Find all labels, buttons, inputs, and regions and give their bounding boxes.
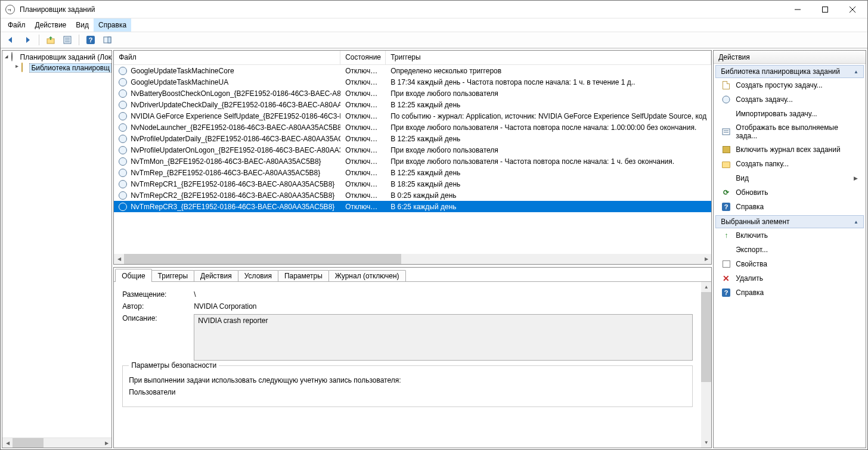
up-folder-button[interactable] <box>44 33 57 46</box>
value-description: NVIDIA crash reporter <box>194 314 693 361</box>
task-row[interactable]: NvNodeLauncher_{B2FE1952-0186-46C3-BAEC-… <box>114 122 711 133</box>
properties-button[interactable] <box>61 33 74 46</box>
action-create-task[interactable]: Создать задачу... <box>715 92 864 107</box>
tree-panel: Планировщик заданий (Лок Библиотека план… <box>2 50 112 448</box>
action-show-running[interactable]: Отображать все выполняемые зада... <box>715 121 864 142</box>
security-line2: Пользователи <box>129 386 686 398</box>
tab-conditions[interactable]: Условия <box>238 270 278 282</box>
scroll-right-icon[interactable]: ▶ <box>701 254 711 264</box>
task-triggers: В 12:25 каждый день <box>386 135 711 143</box>
tree-child-library[interactable]: Библиотека планировщ <box>2 63 111 73</box>
actions-section-selected[interactable]: Выбранный элемент ▲ <box>715 215 864 228</box>
column-header-state[interactable]: Состояние <box>340 51 386 64</box>
value-location: \ <box>194 290 196 299</box>
task-name: GoogleUpdateTaskMachineCore <box>131 67 234 75</box>
action-import-task[interactable]: Импортировать задачу... <box>715 107 864 121</box>
task-icon <box>119 203 127 211</box>
action-enable[interactable]: ↑ Включить <box>715 228 864 243</box>
maximize-button[interactable] <box>811 1 839 18</box>
task-list-hscrollbar[interactable]: ◀ ▶ <box>114 254 711 264</box>
action-help[interactable]: ? Справка <box>715 200 864 214</box>
navigation-tree[interactable]: Планировщик заданий (Лок Библиотека план… <box>2 51 111 437</box>
action-view-submenu[interactable]: Вид ▶ <box>715 171 864 185</box>
task-row[interactable]: GoogleUpdateTaskMachineUAОтключеноВ 17:3… <box>114 76 711 88</box>
details-panel: Общие Триггеры Действия Условия Параметр… <box>113 267 712 448</box>
tab-settings[interactable]: Параметры <box>278 270 329 282</box>
action-refresh[interactable]: ⟳ Обновить <box>715 185 864 200</box>
task-state: Отключено <box>340 67 386 75</box>
action-enable-history[interactable]: Включить журнал всех заданий <box>715 142 864 157</box>
task-list: Файл Состояние Триггеры GoogleUpdateTask… <box>113 50 712 265</box>
task-row[interactable]: NvDriverUpdateCheckDaily_{B2FE1952-0186-… <box>114 99 711 110</box>
chevron-right-icon: ▶ <box>854 175 858 181</box>
back-button[interactable] <box>4 33 17 46</box>
actions-section-library[interactable]: Библиотека планировщика заданий ▲ <box>715 65 864 78</box>
minimize-button[interactable] <box>784 1 811 18</box>
column-header-name[interactable]: Файл <box>114 51 340 64</box>
menu-action[interactable]: Действие <box>30 18 72 32</box>
folder-icon <box>21 63 27 73</box>
action-export[interactable]: Экспорт... <box>715 243 864 257</box>
tab-general[interactable]: Общие <box>115 269 151 282</box>
task-name: NvTmRepCR1_{B2FE1952-0186-46C3-BAEC-A80A… <box>131 180 334 188</box>
enable-icon: ↑ <box>721 231 731 240</box>
tree-hscrollbar[interactable]: ◀ ▶ <box>2 437 111 448</box>
tree-expand-icon[interactable] <box>16 65 19 71</box>
task-row[interactable]: NvProfileUpdaterOnLogon_{B2FE1952-0186-4… <box>114 144 711 156</box>
task-name: NVIDIA GeForce Experience SelfUpdate_{B2… <box>131 112 340 120</box>
tree-expand-icon[interactable] <box>5 54 9 60</box>
scroll-down-icon[interactable]: ▼ <box>701 437 711 448</box>
task-name: NvTmRepCR3_{B2FE1952-0186-46C3-BAEC-A80A… <box>131 203 334 211</box>
forward-button[interactable] <box>21 33 34 46</box>
tab-triggers[interactable]: Триггеры <box>151 270 195 282</box>
task-row[interactable]: NvTmRepCR2_{B2FE1952-0186-46C3-BAEC-A80A… <box>114 190 711 201</box>
details-vscrollbar[interactable]: ▲ ▼ <box>701 282 711 448</box>
task-row[interactable]: NvTmRepCR1_{B2FE1952-0186-46C3-BAEC-A80A… <box>114 178 711 190</box>
help-button[interactable]: ? <box>84 33 97 46</box>
refresh-icon: ⟳ <box>721 188 731 197</box>
task-icon <box>119 157 127 166</box>
tab-history[interactable]: Журнал (отключен) <box>328 270 406 282</box>
show-actions-button[interactable] <box>101 33 114 46</box>
tab-actions[interactable]: Действия <box>194 270 238 282</box>
tree-root[interactable]: Планировщик заданий (Лок <box>2 52 111 63</box>
task-row[interactable]: NvTmMon_{B2FE1952-0186-46C3-BAEC-A80AA35… <box>114 156 711 167</box>
task-list-header: Файл Состояние Триггеры <box>114 51 711 65</box>
action-help-2[interactable]: ? Справка <box>715 285 864 300</box>
scroll-thumb[interactable] <box>13 438 44 448</box>
details-tabs: Общие Триггеры Действия Условия Параметр… <box>114 268 711 282</box>
label-location: Размещение: <box>122 290 194 299</box>
task-state: Отключено <box>340 146 386 154</box>
task-row[interactable]: NvTmRep_{B2FE1952-0186-46C3-BAEC-A80AA35… <box>114 167 711 178</box>
action-delete[interactable]: ✕ Удалить <box>715 271 864 285</box>
close-button[interactable] <box>839 1 866 18</box>
clock-icon <box>11 52 18 62</box>
column-header-triggers[interactable]: Триггеры <box>386 51 711 64</box>
security-legend: Параметры безопасности <box>129 361 219 370</box>
scroll-right-icon[interactable]: ▶ <box>101 438 111 448</box>
task-row[interactable]: NvTmRepCR3_{B2FE1952-0186-46C3-BAEC-A80A… <box>114 201 711 212</box>
scroll-left-icon[interactable]: ◀ <box>2 438 13 448</box>
general-tab-content: Размещение: \ Автор: NVIDIA Corporation … <box>114 282 701 448</box>
action-new-folder[interactable]: Создать папку... <box>715 157 864 171</box>
scroll-left-icon[interactable]: ◀ <box>114 254 124 264</box>
task-row[interactable]: NVIDIA GeForce Experience SelfUpdate_{B2… <box>114 110 711 122</box>
scroll-thumb[interactable] <box>124 254 401 264</box>
menu-view[interactable]: Вид <box>71 18 94 32</box>
toolbar: ? <box>1 32 867 48</box>
action-properties[interactable]: Свойства <box>715 257 864 271</box>
svg-point-11 <box>723 96 730 103</box>
task-icon <box>119 135 127 143</box>
menu-file[interactable]: Файл <box>3 18 30 32</box>
task-row[interactable]: NvProfileUpdaterDaily_{B2FE1952-0186-46C… <box>114 133 711 144</box>
scroll-thumb[interactable] <box>701 292 711 382</box>
task-state: Отключено <box>340 180 386 188</box>
task-state: Отключено <box>340 123 386 132</box>
task-row[interactable]: GoogleUpdateTaskMachineCoreОтключеноОпре… <box>114 65 711 76</box>
scroll-up-icon[interactable]: ▲ <box>701 282 711 292</box>
task-name: NvProfileUpdaterDaily_{B2FE1952-0186-46C… <box>131 135 340 143</box>
properties-icon <box>721 259 731 269</box>
task-row[interactable]: NvBatteryBoostCheckOnLogon_{B2FE1952-018… <box>114 88 711 99</box>
action-create-basic-task[interactable]: Создать простую задачу... <box>715 78 864 92</box>
menu-help[interactable]: Справка <box>94 18 131 32</box>
